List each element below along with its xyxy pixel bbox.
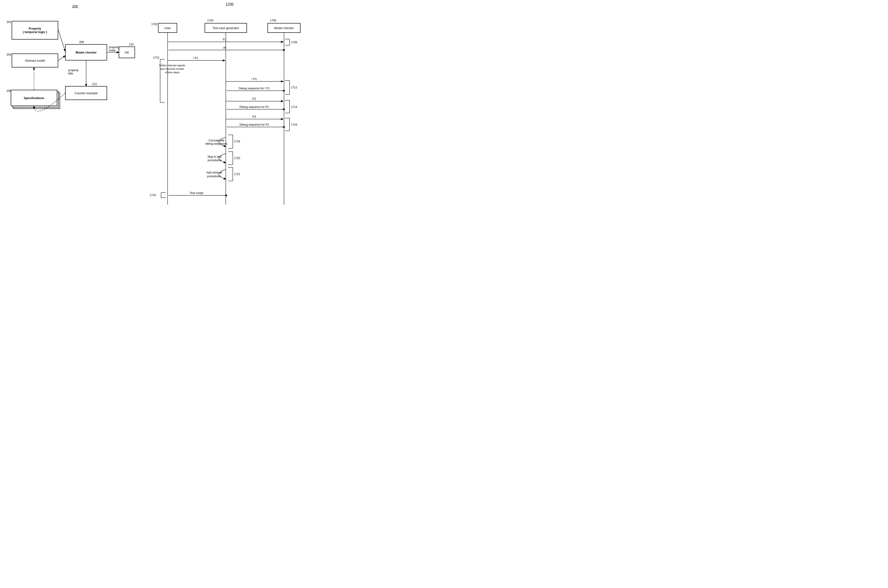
- property-node: Property( temporal logic ): [12, 21, 58, 39]
- svg-text:User: User: [164, 26, 171, 30]
- svg-text:! P1: ! P1: [193, 56, 198, 60]
- svg-text:and maximal number: and maximal number: [160, 68, 184, 70]
- svg-line-1: [58, 56, 65, 60]
- abstract-model-label: Abstract model: [25, 59, 45, 62]
- svg-text:P1: P1: [223, 38, 227, 41]
- svg-text:procedures: procedures: [207, 159, 222, 162]
- svg-text:of time steps: of time steps: [165, 71, 180, 74]
- svg-text:1710: 1710: [153, 56, 159, 59]
- counter-example-node: Counter example: [65, 86, 107, 100]
- id-202: 202: [6, 21, 11, 24]
- svg-text:Debug sequence for P2: Debug sequence for P2: [239, 105, 269, 109]
- svg-text:1718: 1718: [234, 140, 240, 143]
- diagram-1700-title: 1700: [226, 2, 233, 6]
- svg-text:! P1: ! P1: [251, 77, 257, 81]
- svg-text:Concatenate: Concatenate: [209, 139, 224, 142]
- property-label: Property( temporal logic ): [23, 27, 47, 34]
- svg-text:ok: ok: [223, 46, 226, 49]
- svg-text:1720: 1720: [234, 156, 240, 160]
- ok-label: OK: [125, 51, 129, 54]
- model-checker-node: Model checker: [65, 44, 107, 60]
- id-208: 208: [79, 40, 84, 44]
- specifications-label: Specifications: [24, 96, 44, 100]
- diagram-200-title: 200: [72, 4, 78, 8]
- counter-example-label: Counter example: [75, 92, 98, 95]
- svg-text:1706: 1706: [270, 19, 276, 22]
- svg-text:1708: 1708: [291, 41, 297, 44]
- svg-text:P2: P2: [252, 97, 256, 100]
- property-holds-label: propertyholds: [109, 46, 119, 52]
- id-212: 212: [92, 82, 97, 86]
- svg-text:Debug sequence for ! P1: Debug sequence for ! P1: [239, 87, 270, 90]
- svg-text:Debug sequence for P3: Debug sequence for P3: [239, 123, 269, 126]
- svg-text:Add retrieval: Add retrieval: [206, 171, 222, 174]
- svg-text:1712: 1712: [291, 86, 297, 89]
- abstract-model-node: Abstract model: [12, 54, 58, 68]
- svg-text:Map to test: Map to test: [207, 155, 222, 158]
- svg-text:Test script: Test script: [190, 191, 203, 195]
- svg-text:Model checker: Model checker: [274, 26, 294, 30]
- svg-text:1702: 1702: [151, 22, 158, 26]
- svg-text:procedures: procedures: [207, 175, 221, 178]
- svg-text:1716: 1716: [291, 123, 297, 126]
- svg-text:Test case generator: Test case generator: [212, 26, 239, 30]
- property-fails-label: propertyfails: [68, 69, 78, 75]
- svg-text:P3: P3: [252, 115, 256, 118]
- full-diagram: 200 Property( temporal logic ) 202 Abstr…: [0, 0, 326, 221]
- svg-text:1714: 1714: [291, 105, 297, 109]
- id-210: 210: [129, 43, 134, 46]
- ok-node: OK: [119, 46, 135, 58]
- specifications-node: Specifications: [11, 90, 57, 106]
- svg-text:Define relevant signals: Define relevant signals: [159, 64, 185, 67]
- svg-line-0: [58, 30, 65, 51]
- id-204: 204: [6, 53, 11, 56]
- id-206: 206: [6, 89, 11, 93]
- svg-text:1704: 1704: [207, 19, 213, 22]
- sequence-diagram: User Test case generator Model checker 1…: [144, 12, 321, 221]
- svg-text:1722: 1722: [234, 172, 240, 176]
- svg-text:debug sequences: debug sequences: [206, 142, 228, 146]
- svg-text:1724: 1724: [150, 194, 156, 197]
- model-checker-label: Model checker: [76, 51, 96, 54]
